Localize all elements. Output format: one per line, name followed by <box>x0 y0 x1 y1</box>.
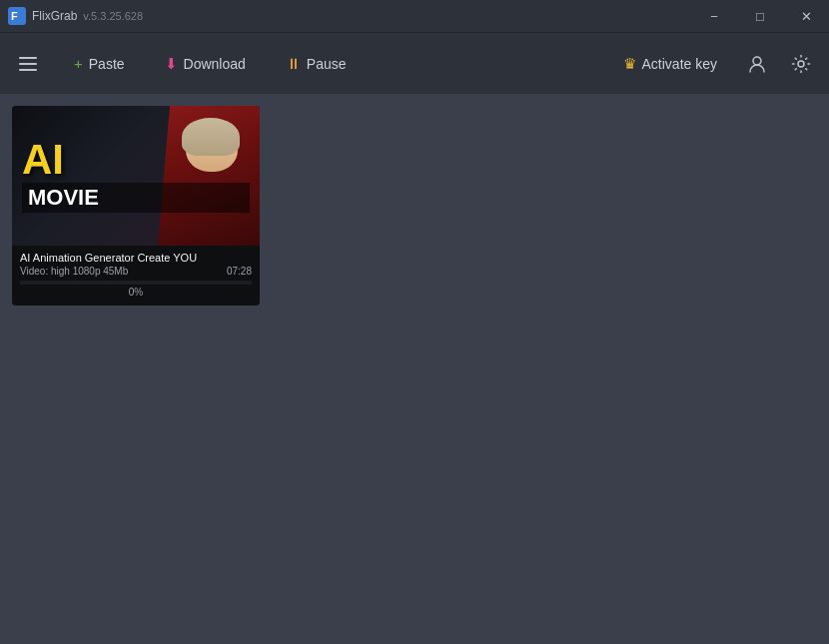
activate-key-button[interactable]: ♛ Activate key <box>605 43 735 85</box>
card-title: AI Animation Generator Create YOU <box>20 252 252 264</box>
user-icon <box>747 54 767 74</box>
svg-text:F: F <box>11 10 18 22</box>
title-bar: F FlixGrab v.5.3.25.628 − □ ✕ <box>0 0 829 32</box>
paste-button[interactable]: + Paste <box>56 43 143 85</box>
svg-point-3 <box>798 61 804 67</box>
account-button[interactable] <box>739 46 775 82</box>
pause-button[interactable]: ⏸ Pause <box>268 43 365 85</box>
window-controls: − □ ✕ <box>691 0 829 32</box>
toolbar: + Paste ⬇ Download ⏸ Pause ♛ Activate ke… <box>0 32 829 94</box>
paste-icon: + <box>74 55 83 72</box>
movie-text: MOVIE <box>22 183 250 213</box>
app-logo-icon: F <box>8 7 26 25</box>
menu-line-1 <box>19 57 37 59</box>
thumbnail: AI MOVIE <box>12 106 260 246</box>
download-card[interactable]: AI MOVIE AI Animation Generator Create Y… <box>12 106 260 306</box>
menu-line-2 <box>19 63 37 65</box>
close-button[interactable]: ✕ <box>783 0 829 32</box>
app-name: FlixGrab <box>32 9 77 23</box>
settings-button[interactable] <box>783 46 819 82</box>
svg-point-2 <box>753 57 761 65</box>
app-version: v.5.3.25.628 <box>83 10 143 22</box>
minimize-button[interactable]: − <box>691 0 737 32</box>
pause-label: Pause <box>307 56 347 72</box>
maximize-button[interactable]: □ <box>737 0 783 32</box>
gear-icon <box>791 54 811 74</box>
pause-icon: ⏸ <box>286 55 301 72</box>
paste-label: Paste <box>89 56 125 72</box>
thumbnail-bg: AI MOVIE <box>12 106 260 246</box>
download-label: Download <box>184 56 246 72</box>
download-button[interactable]: ⬇ Download <box>147 43 264 85</box>
toolbar-right <box>739 46 819 82</box>
card-info: AI Animation Generator Create YOU Video:… <box>12 246 260 306</box>
crown-icon: ♛ <box>623 55 636 73</box>
menu-line-3 <box>19 69 37 71</box>
card-duration: 07:28 <box>227 266 252 277</box>
activate-label: Activate key <box>642 56 717 72</box>
download-icon: ⬇ <box>165 55 178 73</box>
menu-button[interactable] <box>10 46 46 82</box>
progress-label: 0% <box>20 285 252 302</box>
title-bar-left: F FlixGrab v.5.3.25.628 <box>8 7 143 25</box>
main-content: AI MOVIE AI Animation Generator Create Y… <box>0 94 829 644</box>
card-meta: Video: high 1080p 45Mb 07:28 <box>20 266 252 277</box>
card-quality: Video: high 1080p 45Mb <box>20 266 128 277</box>
